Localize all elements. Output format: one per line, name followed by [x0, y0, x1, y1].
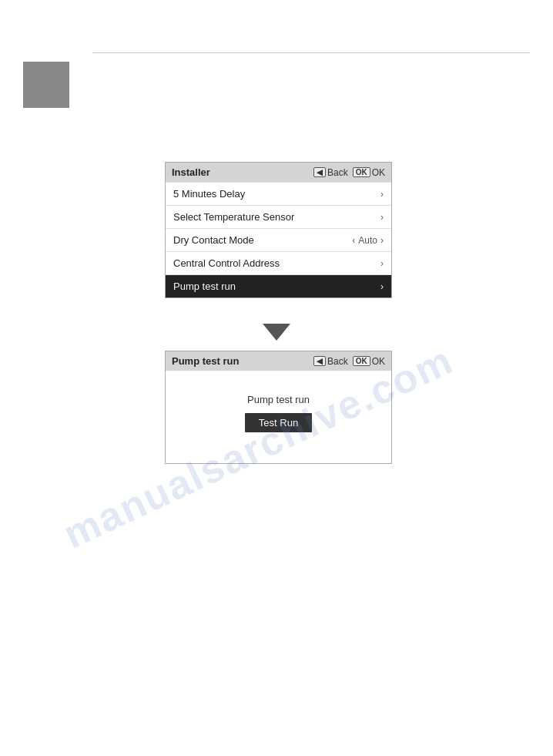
- dry-contact-value-row: ‹ Auto ›: [352, 235, 384, 246]
- pump-body-label: Pump test run: [247, 394, 310, 405]
- menu-item-select-temp-sensor[interactable]: Select Temperature Sensor ›: [166, 205, 391, 228]
- back-label: Back: [327, 167, 348, 178]
- down-arrow: [263, 324, 290, 341]
- menu-item-central-control-address[interactable]: Central Control Address ›: [166, 251, 391, 274]
- pump-panel-body: Pump test run Test Run: [166, 371, 391, 463]
- menu-item-label: Dry Contact Mode: [173, 234, 254, 246]
- menu-item-label: 5 Minutes Delay: [173, 188, 245, 200]
- left-chevron-icon: ‹: [352, 235, 355, 246]
- pump-ok-key-icon: OK: [353, 356, 370, 366]
- pump-back-button[interactable]: ◀ Back: [313, 356, 348, 367]
- menu-item-label: Pump test run: [173, 281, 236, 292]
- dry-contact-value: Auto: [358, 235, 377, 246]
- installer-panel-header: Installer ◀ Back OK OK: [166, 163, 391, 182]
- back-key-icon: ◀: [313, 167, 326, 177]
- menu-item-pump-test-run[interactable]: Pump test run ›: [166, 274, 391, 297]
- pump-ok-button[interactable]: OK OK: [353, 356, 385, 367]
- ok-button[interactable]: OK OK: [353, 167, 385, 178]
- installer-panel: Installer ◀ Back OK OK 5 Minutes Delay ›…: [165, 162, 392, 298]
- menu-item-label: Central Control Address: [173, 257, 280, 269]
- header-controls: ◀ Back OK OK: [313, 167, 385, 178]
- back-button[interactable]: ◀ Back: [313, 167, 348, 178]
- pump-panel-title: Pump test run: [172, 355, 239, 367]
- ok-label: OK: [372, 167, 385, 178]
- chevron-icon: ›: [380, 212, 384, 223]
- pump-panel: Pump test run ◀ Back OK OK Pump test run…: [165, 351, 392, 464]
- ok-key-icon: OK: [353, 167, 370, 177]
- pump-back-label: Back: [327, 356, 348, 367]
- pump-panel-header: Pump test run ◀ Back OK OK: [166, 351, 391, 371]
- pump-ok-label: OK: [372, 356, 385, 367]
- pump-header-controls: ◀ Back OK OK: [313, 356, 385, 367]
- menu-item-label: Select Temperature Sensor: [173, 211, 294, 223]
- gray-square: [23, 62, 69, 108]
- chevron-icon: ›: [380, 258, 384, 269]
- top-rule: [92, 52, 530, 53]
- installer-title: Installer: [172, 166, 210, 178]
- menu-item-minutes-delay[interactable]: 5 Minutes Delay ›: [166, 182, 391, 205]
- test-run-button[interactable]: Test Run: [245, 413, 312, 432]
- right-chevron-icon: ›: [380, 235, 384, 246]
- chevron-icon: ›: [380, 281, 384, 292]
- chevron-icon: ›: [380, 189, 384, 200]
- pump-back-key-icon: ◀: [313, 356, 326, 366]
- menu-item-dry-contact-mode[interactable]: Dry Contact Mode ‹ Auto ›: [166, 228, 391, 251]
